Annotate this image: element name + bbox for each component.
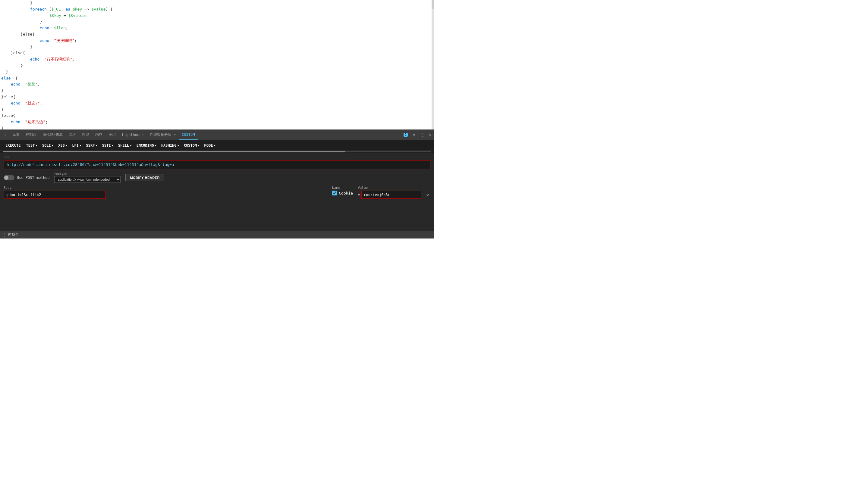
code-line: } bbox=[0, 107, 434, 113]
scroll-thumb bbox=[3, 151, 345, 152]
more-icon[interactable]: ⋮ bbox=[419, 132, 426, 138]
tab-elements[interactable]: 元素 bbox=[9, 130, 23, 140]
code-line: }else{ bbox=[0, 31, 434, 38]
body-cookie-section: Body Name Cookie Value ▼ ✕ bbox=[0, 184, 434, 231]
xss-dropdown[interactable]: XSS▼ bbox=[56, 142, 69, 149]
code-line: $$key = $$value; bbox=[0, 13, 434, 19]
scroll-track bbox=[3, 151, 431, 152]
execute-button[interactable]: EXECUTE bbox=[3, 142, 23, 149]
code-line: } bbox=[0, 88, 434, 94]
code-line: echo "别来沾边"; bbox=[0, 119, 434, 125]
bottom-bar: ⋮ 控制台 bbox=[0, 231, 434, 238]
url-section: URL bbox=[0, 153, 434, 170]
code-line: } bbox=[0, 19, 434, 25]
tab-console[interactable]: 控制台 bbox=[23, 130, 39, 140]
lfi-dropdown[interactable]: LFI▼ bbox=[70, 142, 83, 149]
code-line: } bbox=[0, 125, 434, 130]
custom-dropdown[interactable]: CUSTOM▼ bbox=[182, 142, 201, 149]
hackbar-toolbar: EXECUTE TEST▼ SQLI▼ XSS▼ LFI▼ SSRF▼ SSTI… bbox=[0, 140, 434, 151]
bottom-menu-icon[interactable]: ⋮ bbox=[2, 233, 6, 237]
code-line: }else{ bbox=[0, 50, 434, 56]
tab-bar: ⚡ 元素 控制台 源代码/来源 网络 性能 内存 应用 Lighthouse 性… bbox=[0, 130, 434, 140]
value-input-row: ▼ ✕ bbox=[358, 191, 430, 199]
cookie-dropdown-arrow[interactable]: ▼ bbox=[358, 193, 360, 197]
name-label: Name bbox=[332, 186, 353, 190]
cookie-checkbox[interactable] bbox=[332, 191, 337, 196]
tab-icons: 1 ⚙ ⋮ ✕ bbox=[404, 132, 433, 138]
tab-inspect-icon[interactable]: ⚡ bbox=[1, 130, 9, 140]
settings-icon[interactable]: ⚙ bbox=[411, 132, 416, 138]
code-line: }else{ bbox=[0, 94, 434, 100]
devtools-panel: ⚡ 元素 控制台 源代码/来源 网络 性能 内存 应用 Lighthouse 性… bbox=[0, 130, 434, 238]
cookie-value-input[interactable] bbox=[361, 191, 421, 199]
close-devtools-icon[interactable]: ✕ bbox=[428, 132, 433, 138]
code-line: echo "行不行啊细狗"; bbox=[0, 56, 434, 63]
tab-perf-data[interactable]: 性能数据分析 » bbox=[147, 130, 179, 140]
cookie-value-group: Value ▼ ✕ bbox=[358, 186, 430, 199]
code-line: } bbox=[0, 63, 434, 69]
sqli-dropdown[interactable]: SQLI▼ bbox=[40, 142, 55, 149]
code-line: } bbox=[0, 69, 434, 75]
code-area: }foreach ($_GET as $key => $value) {$$ke… bbox=[0, 0, 434, 130]
body-label: Body bbox=[4, 186, 106, 190]
url-label: URL bbox=[4, 155, 430, 159]
post-toggle[interactable] bbox=[4, 175, 14, 180]
tab-hackbar[interactable]: CUSTOM bbox=[179, 130, 198, 140]
scrollbar[interactable] bbox=[432, 0, 434, 130]
cookie-close-button[interactable]: ✕ bbox=[425, 192, 430, 199]
tab-sources[interactable]: 源代码/来源 bbox=[39, 130, 66, 140]
url-input[interactable] bbox=[4, 160, 430, 169]
scroll-thumb bbox=[432, 0, 434, 9]
code-line: } bbox=[0, 0, 434, 6]
mode-dropdown[interactable]: MODE▼ bbox=[203, 142, 217, 149]
code-line: }else{ bbox=[0, 113, 434, 119]
body-input[interactable] bbox=[4, 191, 106, 199]
bottom-console-label: 控制台 bbox=[8, 232, 19, 237]
code-lines: }foreach ($_GET as $key => $value) {$$ke… bbox=[0, 0, 434, 130]
console-badge: 1 bbox=[404, 133, 408, 137]
tab-lighthouse[interactable]: Lighthouse bbox=[119, 130, 147, 140]
code-line: echo "洗洗睡吧"; bbox=[0, 38, 434, 44]
body-group: Body bbox=[4, 186, 106, 199]
code-line: echo $flag; bbox=[0, 25, 434, 31]
tab-network[interactable]: 网络 bbox=[66, 130, 79, 140]
code-line: echo '菜菜'; bbox=[0, 81, 434, 88]
tab-application[interactable]: 应用 bbox=[105, 130, 119, 140]
tab-performance[interactable]: 性能 bbox=[79, 130, 92, 140]
code-line: } bbox=[0, 44, 434, 50]
code-line: foreach ($_GET as $key => $value) { bbox=[0, 6, 434, 13]
tab-memory[interactable]: 内存 bbox=[92, 130, 105, 140]
enctype-group: enctype application/x-www-form-urlencode… bbox=[54, 172, 121, 183]
cookie-name-text: Cookie bbox=[339, 191, 353, 196]
enctype-label: enctype bbox=[54, 172, 121, 176]
post-label: Use POST method bbox=[17, 176, 50, 180]
cookie-check-row: Cookie bbox=[332, 191, 353, 196]
value-label: Value bbox=[358, 186, 430, 190]
modify-header-button[interactable]: MODIFY HEADER bbox=[125, 174, 164, 181]
code-line: else { bbox=[0, 75, 434, 81]
enctype-select[interactable]: application/x-www-form-urlencoded bbox=[54, 176, 121, 183]
shell-dropdown[interactable]: SHELL▼ bbox=[116, 142, 133, 149]
post-toggle-wrapper: Use POST method bbox=[4, 175, 50, 180]
code-line: echo "就这?"; bbox=[0, 100, 434, 107]
cookie-name-section: Name Cookie bbox=[332, 186, 353, 196]
ssrf-dropdown[interactable]: SSRF▼ bbox=[84, 142, 99, 149]
post-section: Use POST method enctype application/x-ww… bbox=[0, 170, 434, 184]
hashing-dropdown[interactable]: HASHING▼ bbox=[159, 142, 181, 149]
test-dropdown[interactable]: TEST▼ bbox=[24, 142, 39, 149]
encoding-dropdown[interactable]: ENCODING▼ bbox=[135, 142, 158, 149]
toggle-thumb bbox=[4, 176, 8, 180]
ssti-dropdown[interactable]: SSTI▼ bbox=[100, 142, 115, 149]
